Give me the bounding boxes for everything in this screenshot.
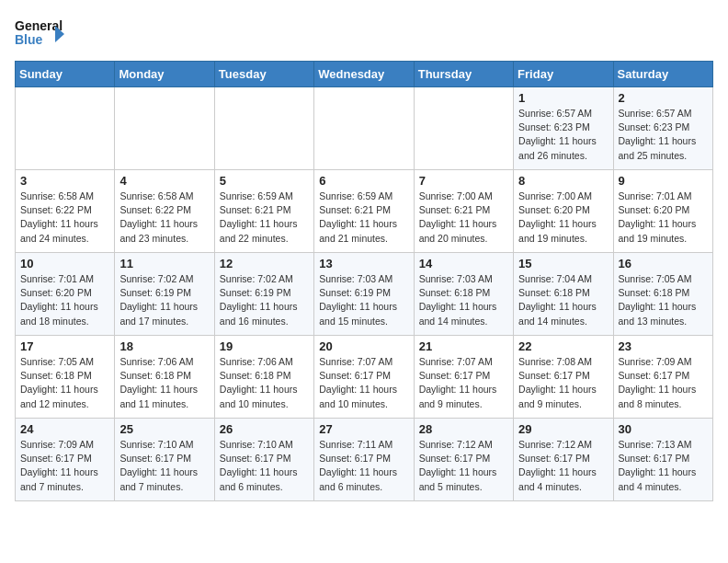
day-number: 29	[518, 422, 608, 436]
calendar-header-row: SundayMondayTuesdayWednesdayThursdayFrid…	[16, 62, 713, 87]
calendar-cell: 6Sunrise: 6:59 AM Sunset: 6:21 PM Daylig…	[314, 170, 414, 253]
calendar-cell: 11Sunrise: 7:02 AM Sunset: 6:19 PM Dayli…	[115, 253, 214, 336]
day-number: 11	[119, 257, 209, 270]
day-info: Sunrise: 6:58 AM Sunset: 6:22 PM Dayligh…	[119, 190, 209, 246]
day-number: 9	[619, 174, 708, 188]
svg-text:Blue: Blue	[15, 32, 43, 47]
calendar-cell: 26Sunrise: 7:10 AM Sunset: 6:17 PM Dayli…	[214, 419, 313, 501]
weekday-header: Wednesday	[314, 62, 414, 87]
calendar-cell: 13Sunrise: 7:03 AM Sunset: 6:19 PM Dayli…	[314, 253, 414, 336]
calendar-cell: 21Sunrise: 7:07 AM Sunset: 6:17 PM Dayli…	[414, 336, 513, 419]
day-info: Sunrise: 7:07 AM Sunset: 6:17 PM Dayligh…	[419, 355, 508, 411]
calendar-cell: 23Sunrise: 7:09 AM Sunset: 6:17 PM Dayli…	[613, 336, 712, 419]
day-info: Sunrise: 7:03 AM Sunset: 6:18 PM Dayligh…	[419, 272, 508, 328]
calendar-cell: 29Sunrise: 7:12 AM Sunset: 6:17 PM Dayli…	[514, 419, 613, 501]
calendar-cell: 8Sunrise: 7:00 AM Sunset: 6:20 PM Daylig…	[514, 170, 613, 253]
day-number: 19	[220, 339, 309, 353]
calendar-cell: 7Sunrise: 7:00 AM Sunset: 6:21 PM Daylig…	[414, 170, 513, 253]
day-number: 24	[20, 422, 109, 436]
calendar-week-row: 17Sunrise: 7:05 AM Sunset: 6:18 PM Dayli…	[16, 336, 713, 419]
calendar-table: SundayMondayTuesdayWednesdayThursdayFrid…	[15, 61, 713, 501]
calendar-week-row: 10Sunrise: 7:01 AM Sunset: 6:20 PM Dayli…	[16, 253, 713, 336]
day-number: 5	[220, 174, 309, 188]
weekday-header: Friday	[514, 62, 613, 87]
calendar-cell: 12Sunrise: 7:02 AM Sunset: 6:19 PM Dayli…	[214, 253, 313, 336]
calendar-cell: 5Sunrise: 6:59 AM Sunset: 6:21 PM Daylig…	[214, 170, 313, 253]
day-info: Sunrise: 7:01 AM Sunset: 6:20 PM Dayligh…	[619, 190, 708, 246]
day-number: 30	[619, 422, 708, 436]
calendar-cell: 15Sunrise: 7:04 AM Sunset: 6:18 PM Dayli…	[514, 253, 613, 336]
day-number: 12	[220, 257, 309, 270]
day-info: Sunrise: 7:11 AM Sunset: 6:17 PM Dayligh…	[319, 438, 408, 494]
day-info: Sunrise: 7:07 AM Sunset: 6:17 PM Dayligh…	[319, 355, 408, 411]
day-info: Sunrise: 7:02 AM Sunset: 6:19 PM Dayligh…	[220, 272, 309, 328]
day-info: Sunrise: 7:03 AM Sunset: 6:19 PM Dayligh…	[319, 272, 408, 328]
calendar-cell: 19Sunrise: 7:06 AM Sunset: 6:18 PM Dayli…	[214, 336, 313, 419]
day-number: 20	[319, 339, 408, 353]
calendar-cell	[115, 87, 214, 170]
day-info: Sunrise: 6:57 AM Sunset: 6:23 PM Dayligh…	[518, 107, 608, 163]
day-number: 22	[518, 339, 608, 353]
day-number: 25	[119, 422, 209, 436]
day-number: 6	[319, 174, 408, 188]
day-info: Sunrise: 7:01 AM Sunset: 6:20 PM Dayligh…	[20, 272, 109, 328]
day-info: Sunrise: 7:05 AM Sunset: 6:18 PM Dayligh…	[619, 272, 708, 328]
day-number: 14	[419, 257, 508, 270]
weekday-header: Thursday	[414, 62, 513, 87]
weekday-header: Sunday	[16, 62, 115, 87]
weekday-header: Saturday	[613, 62, 712, 87]
calendar-cell	[414, 87, 513, 170]
calendar-week-row: 1Sunrise: 6:57 AM Sunset: 6:23 PM Daylig…	[16, 87, 713, 170]
day-info: Sunrise: 7:09 AM Sunset: 6:17 PM Dayligh…	[20, 438, 109, 494]
day-info: Sunrise: 7:02 AM Sunset: 6:19 PM Dayligh…	[119, 272, 209, 328]
weekday-header: Tuesday	[214, 62, 313, 87]
day-info: Sunrise: 7:06 AM Sunset: 6:18 PM Dayligh…	[119, 355, 209, 411]
day-number: 23	[619, 339, 708, 353]
weekday-header: Monday	[115, 62, 214, 87]
calendar-week-row: 24Sunrise: 7:09 AM Sunset: 6:17 PM Dayli…	[16, 419, 713, 501]
day-number: 28	[419, 422, 508, 436]
day-info: Sunrise: 7:09 AM Sunset: 6:17 PM Dayligh…	[619, 355, 708, 411]
calendar-cell: 9Sunrise: 7:01 AM Sunset: 6:20 PM Daylig…	[613, 170, 712, 253]
calendar-cell	[16, 87, 115, 170]
logo-svg: GeneralBlue	[15, 15, 66, 53]
day-info: Sunrise: 7:10 AM Sunset: 6:17 PM Dayligh…	[119, 438, 209, 494]
header: GeneralBlue	[15, 15, 713, 53]
calendar-cell: 14Sunrise: 7:03 AM Sunset: 6:18 PM Dayli…	[414, 253, 513, 336]
day-info: Sunrise: 7:06 AM Sunset: 6:18 PM Dayligh…	[220, 355, 309, 411]
calendar-cell: 16Sunrise: 7:05 AM Sunset: 6:18 PM Dayli…	[613, 253, 712, 336]
day-info: Sunrise: 6:58 AM Sunset: 6:22 PM Dayligh…	[20, 190, 109, 246]
calendar-cell: 30Sunrise: 7:13 AM Sunset: 6:17 PM Dayli…	[613, 419, 712, 501]
day-number: 15	[518, 257, 608, 270]
day-number: 16	[619, 257, 708, 270]
day-number: 1	[518, 91, 608, 105]
day-info: Sunrise: 6:59 AM Sunset: 6:21 PM Dayligh…	[220, 190, 309, 246]
day-number: 4	[119, 174, 209, 188]
day-number: 3	[20, 174, 109, 188]
calendar-cell	[214, 87, 313, 170]
day-number: 2	[619, 91, 708, 105]
day-info: Sunrise: 7:08 AM Sunset: 6:17 PM Dayligh…	[518, 355, 608, 411]
calendar-cell: 4Sunrise: 6:58 AM Sunset: 6:22 PM Daylig…	[115, 170, 214, 253]
calendar-cell: 24Sunrise: 7:09 AM Sunset: 6:17 PM Dayli…	[16, 419, 115, 501]
day-number: 21	[419, 339, 508, 353]
calendar-week-row: 3Sunrise: 6:58 AM Sunset: 6:22 PM Daylig…	[16, 170, 713, 253]
day-info: Sunrise: 7:04 AM Sunset: 6:18 PM Dayligh…	[518, 272, 608, 328]
calendar-cell: 28Sunrise: 7:12 AM Sunset: 6:17 PM Dayli…	[414, 419, 513, 501]
day-number: 27	[319, 422, 408, 436]
calendar-cell: 2Sunrise: 6:57 AM Sunset: 6:23 PM Daylig…	[613, 87, 712, 170]
day-info: Sunrise: 6:59 AM Sunset: 6:21 PM Dayligh…	[319, 190, 408, 246]
day-info: Sunrise: 7:00 AM Sunset: 6:20 PM Dayligh…	[518, 190, 608, 246]
day-info: Sunrise: 7:00 AM Sunset: 6:21 PM Dayligh…	[419, 190, 508, 246]
calendar-cell	[314, 87, 414, 170]
day-number: 8	[518, 174, 608, 188]
logo: GeneralBlue	[15, 15, 66, 53]
day-info: Sunrise: 7:12 AM Sunset: 6:17 PM Dayligh…	[518, 438, 608, 494]
calendar-cell: 10Sunrise: 7:01 AM Sunset: 6:20 PM Dayli…	[16, 253, 115, 336]
calendar-cell: 18Sunrise: 7:06 AM Sunset: 6:18 PM Dayli…	[115, 336, 214, 419]
day-info: Sunrise: 7:12 AM Sunset: 6:17 PM Dayligh…	[419, 438, 508, 494]
day-info: Sunrise: 7:10 AM Sunset: 6:17 PM Dayligh…	[220, 438, 309, 494]
day-info: Sunrise: 7:05 AM Sunset: 6:18 PM Dayligh…	[20, 355, 109, 411]
day-number: 10	[20, 257, 109, 270]
day-number: 7	[419, 174, 508, 188]
